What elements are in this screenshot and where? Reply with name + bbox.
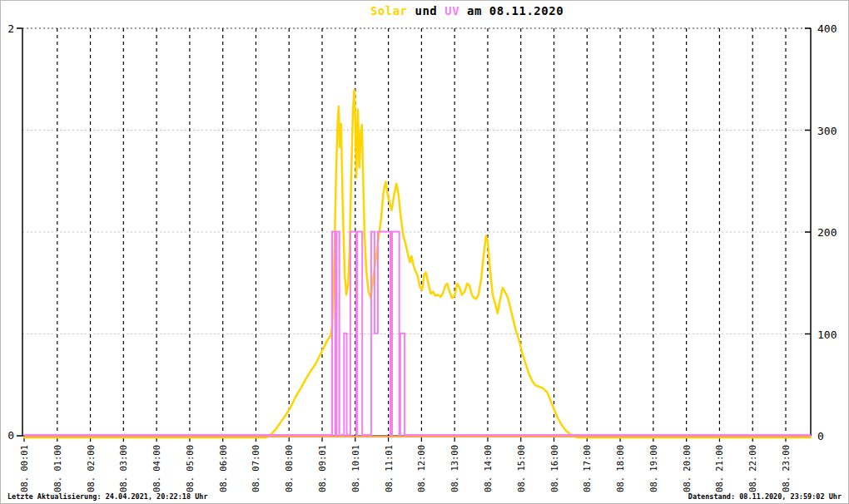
solar-line — [24, 90, 811, 437]
x-tick-label: 08. 04:00 — [151, 445, 161, 492]
chart-canvas: 02010020030040008. 00:0108. 01:0008. 02:… — [1, 1, 849, 504]
x-tick-label: 08. 18:00 — [615, 445, 625, 492]
axes-layer — [17, 28, 811, 442]
y-right-tick-label: 0 — [817, 430, 824, 442]
x-tick-label: 08. 10:01 — [350, 445, 360, 492]
x-tick-label: 08. 07:00 — [251, 445, 261, 492]
x-tick-label: 08. 03:00 — [118, 445, 128, 492]
y-right-tick-label: 200 — [817, 226, 837, 239]
x-tick-label: 08. 21:00 — [714, 445, 724, 492]
x-tick-label: 08. 19:00 — [648, 445, 658, 492]
x-tick-label: 08. 05:00 — [185, 445, 195, 492]
x-tick-label: 08. 01:00 — [52, 445, 62, 492]
x-tick-label: 08. 17:00 — [582, 445, 592, 492]
x-tick-label: 08. 12:00 — [416, 445, 426, 492]
uv-line — [24, 232, 811, 436]
y-right-tick-label: 300 — [817, 125, 837, 137]
x-tick-label: 08. 02:00 — [86, 445, 96, 492]
y-right-tick-label: 100 — [817, 329, 837, 341]
data-state-text: Datenstand: 08.11.2020, 23:59:02 Uhr — [688, 492, 842, 501]
title-segment-3: am 08.11.2020 — [459, 4, 564, 17]
x-tick-label: 08. 16:00 — [549, 445, 559, 492]
y-right-tick-label: 400 — [817, 22, 837, 35]
x-tick-label: 08. 11:01 — [384, 445, 394, 492]
x-tick-label: 08. 15:00 — [516, 445, 526, 492]
y-left-tick-label: 2 — [7, 22, 14, 35]
x-tick-label: 08. 06:00 — [218, 445, 228, 492]
last-update-text: Letzte Aktualisierung: 24.04.2021, 20:22… — [7, 492, 208, 501]
x-tick-label: 08. 00:01 — [19, 445, 29, 492]
title-segment-2: UV — [444, 4, 459, 17]
series-layer — [24, 90, 811, 437]
x-tick-label: 08. 08:00 — [284, 445, 294, 492]
x-tick-label: 08. 20:00 — [682, 445, 692, 492]
chart-window: 02010020030040008. 00:0108. 01:0008. 02:… — [0, 0, 849, 504]
axis-labels-layer: 02010020030040008. 00:0108. 01:0008. 02:… — [7, 22, 837, 492]
x-tick-label: 08. 14:00 — [483, 445, 493, 492]
y-left-tick-label: 0 — [7, 429, 14, 442]
x-tick-label: 08. 09:01 — [317, 445, 327, 492]
title-segment-0: Solar — [370, 4, 408, 17]
x-tick-label: 08. 13:00 — [449, 445, 459, 492]
x-tick-label: 08. 23:00 — [781, 445, 791, 492]
x-tick-label: 08. 22:00 — [747, 445, 757, 492]
title-segment-1: und — [408, 4, 445, 17]
grid-layer — [22, 28, 811, 436]
chart-title: Solar und UV am 08.11.2020 — [370, 4, 564, 17]
